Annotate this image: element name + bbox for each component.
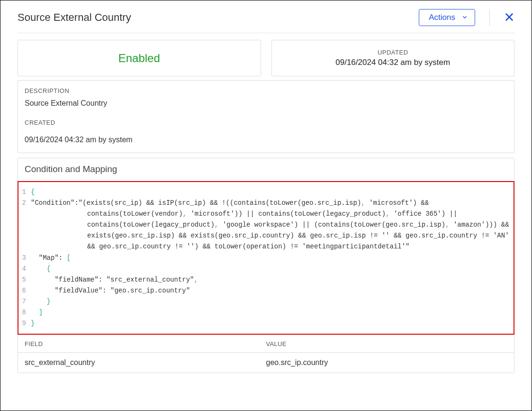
page-title: Source External Country (18, 11, 131, 24)
line-number: 8 (20, 307, 31, 318)
code-text: "fieldName": "src_external_country", (31, 274, 510, 285)
created-value: 09/16/2024 04:32 am by system (25, 136, 507, 144)
value-cell: geo.src_ip.country (266, 358, 508, 367)
field-column-header: FIELD (25, 340, 266, 347)
code-text: "fieldValue": "geo.src_ip.country" (31, 285, 510, 296)
header-controls: Actions (419, 9, 514, 26)
condition-heading: Condition and Mapping (18, 158, 514, 181)
line-number: 1 (20, 187, 31, 198)
code-line: 1{ (20, 187, 510, 198)
panel-header: Source External Country Actions (18, 9, 514, 33)
updated-value: 09/16/2024 04:32 am by system (335, 58, 450, 67)
status-badge: Enabled (118, 52, 160, 65)
value-column-header: VALUE (266, 340, 508, 347)
table-header: FIELD VALUE (18, 335, 514, 353)
code-line: 7 } (20, 296, 510, 307)
line-number: 7 (20, 296, 31, 307)
header-divider (489, 9, 490, 26)
code-text: "Map": [ (31, 253, 510, 264)
description-value: Source External Country (25, 99, 507, 108)
actions-button[interactable]: Actions (419, 9, 475, 26)
field-cell: src_external_country (25, 358, 266, 367)
code-line: 3 "Map": [ (20, 253, 510, 264)
code-block: 1{2"Condition":"(exists(src_ip) && isIP(… (18, 181, 514, 335)
updated-card: UPDATED 09/16/2024 04:32 am by system (271, 40, 515, 76)
table-row: src_external_countrygeo.src_ip.country (18, 353, 514, 373)
status-row: Enabled UPDATED 09/16/2024 04:32 am by s… (18, 40, 514, 76)
line-number: 5 (20, 274, 31, 285)
updated-label: UPDATED (378, 49, 408, 56)
code-text: ] (31, 307, 510, 318)
status-card: Enabled (18, 40, 261, 76)
code-line: 4 { (20, 264, 510, 274)
created-label: CREATED (25, 119, 507, 126)
table-body: src_external_countrygeo.src_ip.country (18, 353, 514, 373)
close-icon (504, 12, 514, 24)
chevron-down-icon (462, 13, 468, 22)
condition-card: Condition and Mapping 1{2"Condition":"(e… (18, 158, 514, 373)
code-line: 8 ] (20, 307, 510, 318)
detail-panel: Source External Country Actions Enabled … (0, 0, 532, 411)
code-text: { (31, 264, 510, 274)
close-button[interactable] (504, 12, 514, 24)
code-text: "Condition":"(exists(src_ip) && isIP(src… (31, 198, 510, 252)
code-text: { (31, 187, 510, 198)
line-number: 9 (20, 318, 31, 329)
description-card: DESCRIPTION Source External Country CREA… (18, 80, 514, 153)
code-line: 5 "fieldName": "src_external_country", (20, 274, 510, 285)
code-line: 6 "fieldValue": "geo.src_ip.country" (20, 285, 510, 296)
code-line: 2"Condition":"(exists(src_ip) && isIP(sr… (20, 198, 510, 252)
code-text: } (31, 318, 510, 329)
line-number: 4 (20, 264, 31, 274)
code-line: 9} (20, 318, 510, 329)
description-label: DESCRIPTION (25, 87, 507, 94)
code-text: } (31, 296, 510, 307)
actions-button-label: Actions (429, 13, 455, 22)
line-number: 6 (20, 285, 31, 296)
line-number: 3 (20, 253, 31, 264)
line-number: 2 (20, 198, 31, 252)
